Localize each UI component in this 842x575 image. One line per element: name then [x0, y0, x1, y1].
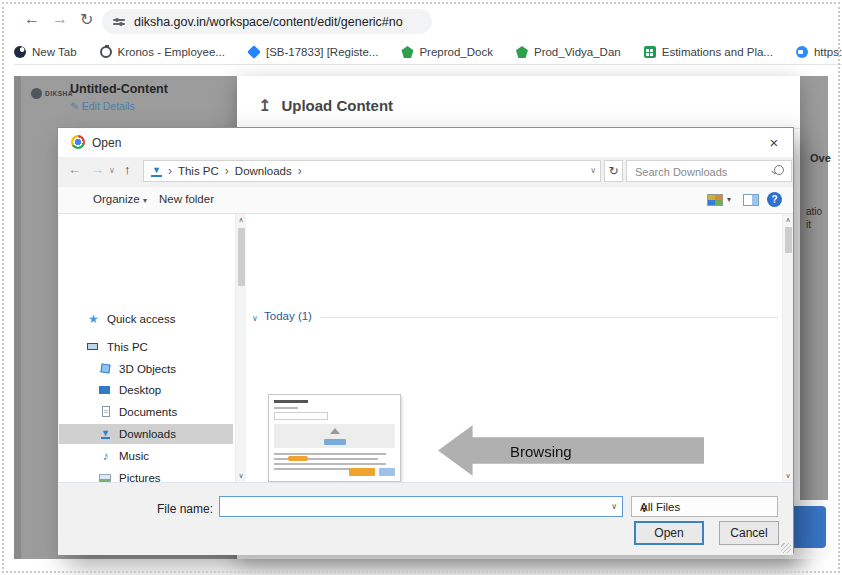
bookmarks-bar: New Tab Kronos - Employee... [SB-17833] … — [14, 40, 842, 65]
scroll-down-icon[interactable]: ∨ — [783, 472, 793, 480]
search-box[interactable] — [626, 160, 792, 182]
open-file-dialog: Open × ← → ∨ ↑ ▼ › This PC › Downloads ›… — [57, 127, 794, 553]
desktop-icon — [99, 384, 112, 397]
leaf-icon — [401, 46, 413, 58]
scroll-up-icon[interactable]: ∧ — [236, 216, 246, 224]
file-name-input[interactable] — [224, 498, 604, 515]
breadcrumb-downloads[interactable]: Downloads — [235, 165, 292, 177]
address-bar[interactable]: diksha.gov.in/workspace/content/edit/gen… — [102, 9, 432, 34]
breadcrumb-this-pc[interactable]: This PC — [178, 165, 219, 177]
globe-icon — [14, 46, 26, 58]
bookmark-new-tab[interactable]: New Tab — [14, 46, 77, 58]
scroll-up-icon[interactable]: ∧ — [783, 216, 793, 224]
edit-details-link[interactable]: ✎ Edit Details — [70, 100, 135, 112]
clock-icon — [100, 46, 112, 58]
3d-objects-icon — [99, 363, 112, 376]
browser-forward-icon[interactable]: → — [52, 10, 68, 28]
refresh-button[interactable]: ↻ — [604, 160, 623, 182]
close-icon[interactable]: × — [755, 128, 793, 157]
url-text[interactable]: diksha.gov.in/workspace/content/edit/gen… — [134, 15, 403, 29]
bookmark-kronos[interactable]: Kronos - Employee... — [100, 46, 225, 58]
star-icon: ★ — [87, 313, 100, 326]
browser-reload-icon[interactable]: ↻ — [80, 10, 93, 29]
dialog-titlebar[interactable]: Open × — [58, 128, 793, 157]
view-mode-icon[interactable] — [707, 194, 723, 206]
sidebar-scrollbar[interactable]: ∧ ∨ — [235, 214, 246, 482]
refresh-icon: ↻ — [608, 164, 618, 178]
sidebar-item-pictures[interactable]: Pictures — [59, 468, 233, 482]
pencil-icon: ✎ — [70, 100, 79, 112]
clipped-text-fragment: Ove — [810, 152, 831, 164]
diksha-logo-icon — [31, 88, 42, 99]
bookmark-jira[interactable]: [SB-17833] [Registe... — [248, 46, 379, 58]
dialog-toolbar: Organize ▾ New folder ▾ ? — [58, 187, 793, 214]
file-thumbnail-untitled-presentation[interactable] — [268, 394, 401, 482]
scroll-down-icon[interactable]: ∨ — [236, 472, 246, 480]
page-left-rail — [14, 76, 21, 559]
forward-icon[interactable]: → — [91, 162, 104, 177]
dialog-footer: File name: ∨ All Files ∨ Open Cancel — [58, 482, 793, 555]
bookmark-zoom-link[interactable]: https://us06web.zo... — [796, 46, 842, 58]
history-dropdown-icon[interactable]: ∨ — [109, 166, 115, 175]
jira-icon — [247, 45, 261, 59]
diksha-logo-text: DIKSHA — [45, 90, 73, 97]
chevron-down-icon[interactable]: ∨ — [611, 502, 617, 511]
clipped-text-fragment: atio — [806, 206, 822, 217]
sidebar-item-downloads[interactable]: ▼Downloads — [59, 424, 233, 444]
group-header-today[interactable]: Today (1) — [264, 310, 312, 322]
address-dropdown-icon[interactable]: ∨ — [590, 166, 596, 175]
up-icon[interactable]: ↑ — [124, 162, 131, 177]
documents-icon — [99, 406, 112, 419]
upload-icon: ↥ — [258, 96, 271, 115]
bookmark-estimations[interactable]: Estimations and Pla... — [644, 46, 773, 58]
site-info-icon[interactable] — [113, 17, 125, 27]
sidebar-item-desktop[interactable]: Desktop — [59, 380, 233, 400]
sidebar-item-documents[interactable]: Documents — [59, 402, 233, 422]
group-collapse-icon[interactable]: ∨ — [252, 314, 258, 323]
sidebar-item-music[interactable]: ♪Music — [59, 446, 233, 466]
bookmark-prod-vidya-dan[interactable]: Prod_Vidya_Dan — [516, 46, 621, 58]
new-folder-button[interactable]: New folder — [159, 193, 214, 205]
filelist-scrollbar[interactable]: ∧ ∨ — [782, 214, 793, 482]
open-button[interactable]: Open — [634, 521, 704, 545]
chevron-down-icon: ∨ — [640, 501, 772, 515]
music-icon: ♪ — [99, 450, 112, 463]
caret-down-icon: ▾ — [143, 196, 147, 205]
bookmark-preprod-dock[interactable]: Preprod_Dock — [401, 46, 493, 58]
sidebar-item-3d-objects[interactable]: 3D Objects — [59, 359, 233, 379]
breadcrumb[interactable]: ▼ › This PC › Downloads › ∨ — [143, 160, 601, 182]
dialog-nav-row: ← → ∨ ↑ ▼ › This PC › Downloads › ∨ ↻ — [58, 157, 793, 187]
dialog-title: Open — [92, 136, 121, 150]
annotation-label: Browsing — [510, 442, 572, 459]
computer-icon — [87, 341, 100, 354]
file-type-select[interactable]: All Files ∨ — [631, 496, 778, 517]
scrollbar-thumb[interactable] — [238, 228, 245, 286]
pictures-icon — [99, 472, 112, 483]
spreadsheet-icon — [644, 46, 656, 58]
zoom-icon — [796, 46, 808, 58]
resize-grip[interactable] — [781, 543, 791, 553]
search-input[interactable] — [633, 162, 767, 182]
modal-title: ↥ Upload Content — [258, 96, 393, 115]
downloads-icon: ▼ — [99, 428, 112, 441]
back-icon[interactable]: ← — [68, 162, 81, 177]
downloads-folder-icon: ▼ — [151, 166, 162, 177]
scrollbar-thumb[interactable] — [785, 227, 792, 253]
clipped-text-fragment: it — [806, 219, 811, 230]
preview-pane-icon[interactable] — [743, 194, 759, 206]
cancel-button[interactable]: Cancel — [719, 521, 779, 545]
divider — [321, 317, 778, 318]
chrome-icon — [71, 135, 85, 149]
search-icon — [774, 165, 784, 175]
file-name-combobox[interactable]: ∨ — [219, 496, 623, 517]
view-mode-caret-icon[interactable]: ▾ — [727, 195, 731, 204]
content-title: Untitled-Content — [70, 82, 168, 96]
sidebar-item-quick-access[interactable]: ★Quick access — [59, 309, 233, 329]
help-icon[interactable]: ? — [767, 192, 782, 207]
leaf-icon — [516, 46, 528, 58]
file-name-field-label: File name: — [118, 502, 213, 516]
organize-menu[interactable]: Organize ▾ — [93, 193, 147, 205]
browser-back-icon[interactable]: ← — [24, 10, 40, 28]
sidebar-item-this-pc[interactable]: This PC — [59, 337, 233, 357]
